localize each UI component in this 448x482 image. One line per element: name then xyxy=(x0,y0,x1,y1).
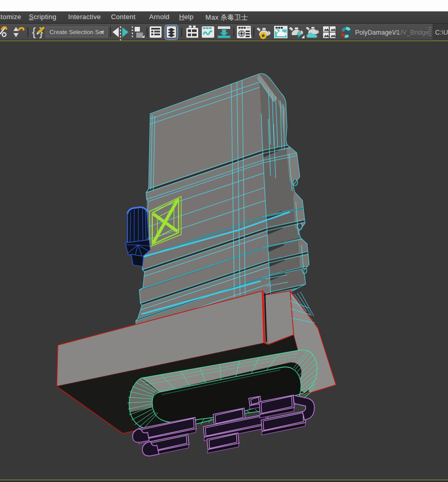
svg-text:{: { xyxy=(32,25,36,38)
svg-text:C:\Us: C:\Us xyxy=(435,29,448,36)
svg-text:``: `` xyxy=(425,27,428,32)
svg-text:Create Selection Set: Create Selection Set xyxy=(50,29,104,35)
svg-text:mUV_Bridge: mUV_Bridge xyxy=(392,29,429,36)
